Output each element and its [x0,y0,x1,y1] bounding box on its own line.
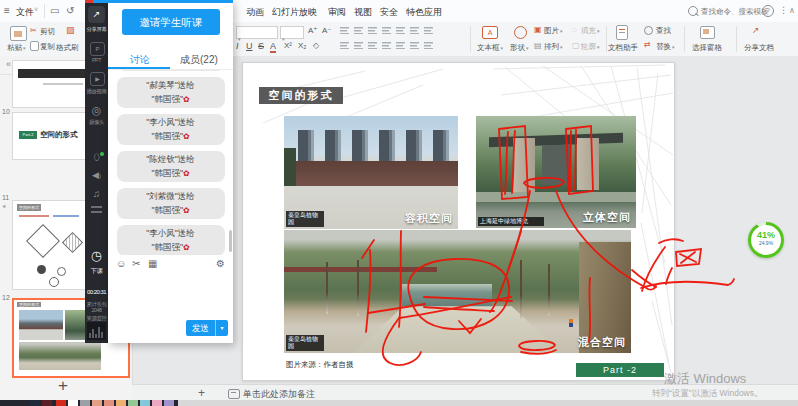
collapse-ribbon-icon[interactable]: ∧ [789,6,795,15]
send-options-caret-icon[interactable]: ▾ [216,320,228,336]
subscript-icon[interactable]: X₂ [298,41,306,50]
bullet-list-icon[interactable] [340,26,349,34]
theme-swatch[interactable] [68,400,78,406]
theme-swatch[interactable] [152,400,162,406]
hamburger-icon[interactable]: ≡ [4,5,10,16]
collapse-panel-icon[interactable]: « [6,59,11,69]
doc-assistant-button[interactable]: 文档助手 [608,43,638,53]
save-icon[interactable]: ▭ [50,5,59,16]
theme-swatch[interactable] [104,400,114,406]
align-right-icon[interactable] [368,41,377,49]
distribute-icon[interactable] [396,41,405,49]
tab-view[interactable]: 视图 [354,6,372,19]
shape-button[interactable]: 形状 [510,43,529,53]
align-left-icon[interactable] [340,41,349,49]
tab-review[interactable]: 审阅 [328,6,346,19]
superscript-icon[interactable]: X² [284,41,292,50]
number-list-icon[interactable] [354,26,363,34]
tiny-tool-icon[interactable] [91,206,102,208]
part-label: Part -2 [576,363,664,377]
image-upload-icon[interactable]: ▦ [148,258,157,269]
tab-security[interactable]: 安全 [380,6,398,19]
chat-message-list[interactable]: "韩国强"✿ "郝美琴"送给 "韩国强"✿ "李小凤"送给 "韩国强"✿ "陈煌… [108,70,233,255]
share-doc-button[interactable]: 分享文档 [744,43,774,53]
slide-canvas[interactable]: 空间的形式 秦皇岛植物园 容积空间 上海延中绿地博览 立体空间 [242,62,675,381]
outline-button[interactable]: 轮廓 [581,42,600,52]
class-timer: 00:20:31 [86,288,107,294]
paste-icon[interactable] [10,26,27,41]
gauge-percent: 41% [751,230,781,240]
chat-scrollbar[interactable] [229,230,232,252]
columns-icon[interactable] [396,26,405,34]
theme-swatch[interactable] [80,400,90,406]
ppt-icon[interactable]: P [90,42,105,56]
speed-gauge-widget[interactable]: 41% 24.9% [748,222,784,258]
theme-swatch[interactable] [56,400,66,406]
chat-settings-icon[interactable]: ⚙ [216,258,225,269]
theme-swatch[interactable] [140,400,150,406]
format-painter-button[interactable]: 格式刷 [56,43,79,53]
underline-icon[interactable]: U [246,41,253,51]
invite-students-button[interactable]: 邀请学生听课 [122,9,220,35]
text-direction-icon[interactable] [410,26,419,34]
fill-button[interactable]: 填充 [581,26,600,36]
paste-button[interactable]: 粘贴 [7,43,26,53]
font-size-select[interactable] [280,26,304,39]
clear-format-icon[interactable]: ◇ [313,41,319,50]
font-enlarge-icon[interactable]: A⁺ [308,26,318,35]
italic-icon[interactable]: I [236,41,239,51]
cut-button[interactable]: 剪切 [40,27,55,37]
cut-icon: ✂ [30,26,37,35]
font-family-select[interactable] [236,26,278,39]
theme-swatch[interactable] [92,400,102,406]
picture-button[interactable]: 图片 [544,26,563,36]
theme-swatch[interactable] [42,400,52,406]
copy-button[interactable]: 复制 [40,42,55,52]
add-slide-button[interactable]: + [58,376,68,396]
emoji-icon[interactable]: ☺ [116,258,126,269]
font-color-icon[interactable]: A [270,41,276,53]
thumb10-title: 空间的形式 [40,130,78,140]
camera-icon[interactable]: ◎ [85,104,108,117]
indent-decrease-icon[interactable] [368,26,377,34]
chat-input-area[interactable] [108,274,233,316]
help-icon[interactable]: ? [762,5,774,17]
end-class-clock-icon[interactable]: ◷ [85,248,108,263]
font-shrink-icon[interactable]: A⁻ [322,26,332,35]
arrange-button[interactable]: 排列 [544,42,563,52]
text-box-button[interactable]: 文本框 [477,43,503,53]
file-menu[interactable]: 文件 [16,6,34,19]
theme-swatch[interactable] [30,400,40,406]
play-video-icon[interactable]: ▶ [90,72,105,86]
tab-slideshow[interactable]: 幻灯片放映 [272,6,317,19]
tab-animation[interactable]: 动画 [246,6,264,19]
strikethrough-icon[interactable]: S [258,41,264,51]
tab-members[interactable]: 成员(22) [180,53,218,67]
align-justify-icon[interactable] [382,41,391,49]
replace-button[interactable]: 替换 [656,42,675,52]
indent-increase-icon[interactable] [382,26,391,34]
theme-swatch[interactable] [164,400,174,406]
tiny-tool-icon2[interactable] [91,211,102,213]
chat-message: "陈煌钦"送给 "韩国强"✿ [117,151,225,182]
microphone-icon[interactable]: ⬯ [85,152,108,163]
tab-discussion[interactable]: 讨论 [130,53,150,67]
screenshot-scissors-icon[interactable]: ✂ [132,258,140,269]
theme-swatch[interactable] [116,400,126,406]
search-input[interactable]: 查找命令、搜索模板 [701,7,769,17]
add-note-button[interactable]: + [198,386,205,400]
selection-pane-button[interactable]: 选择窗格 [692,43,722,53]
find-button[interactable]: 查找 [656,26,671,36]
music-icon[interactable]: ♫ [85,188,108,199]
tab-special-apps[interactable]: 特色应用 [406,6,442,19]
share-screen-icon[interactable]: ↗ [88,6,105,23]
line-spacing-icon[interactable] [424,26,433,34]
theme-swatch[interactable] [128,400,138,406]
paragraph-icon[interactable] [424,41,433,49]
align-center-icon[interactable] [354,41,363,49]
speaker-icon[interactable]: ◀) [85,170,108,180]
more-icon[interactable]: ⋮ [779,5,788,15]
send-button[interactable]: 发送 [186,320,216,336]
shrink-text-icon[interactable] [410,41,419,49]
undo-icon[interactable]: ↺ [66,5,74,16]
